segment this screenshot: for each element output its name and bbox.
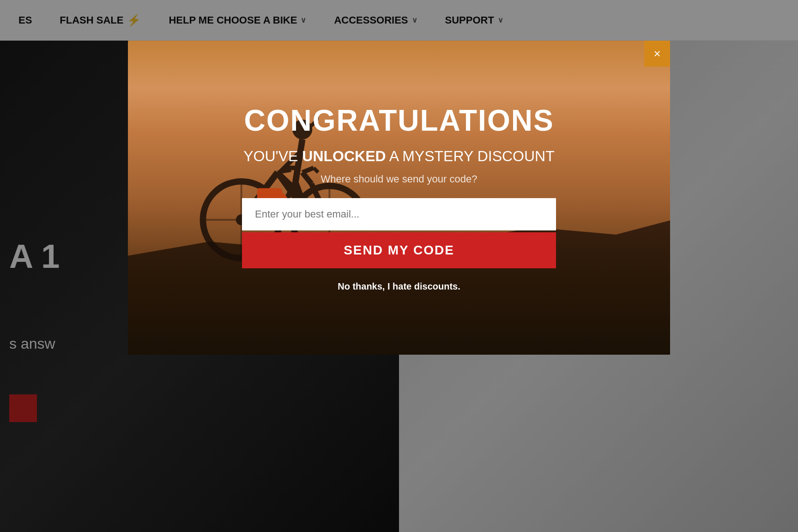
modal-title: CONGRATULATIONS: [244, 103, 554, 138]
subtitle-part1: YOU'VE: [243, 148, 302, 164]
email-input[interactable]: [242, 198, 556, 230]
close-button[interactable]: ×: [644, 41, 670, 66]
discount-modal: CONGRATULATIONS YOU'VE UNLOCKED A MYSTER…: [128, 41, 670, 355]
modal-description: Where should we send your code?: [321, 173, 478, 185]
no-thanks-link[interactable]: No thanks, I hate discounts.: [338, 281, 460, 292]
subtitle-bold: UNLOCKED: [302, 148, 386, 164]
modal-subtitle: YOU'VE UNLOCKED A MYSTERY DISCOUNT: [243, 147, 554, 166]
modal-content-area: CONGRATULATIONS YOU'VE UNLOCKED A MYSTER…: [128, 41, 670, 355]
subtitle-part2: A MYSTERY DISCOUNT: [386, 148, 555, 164]
send-code-button[interactable]: SEND MY CODE: [242, 232, 556, 268]
